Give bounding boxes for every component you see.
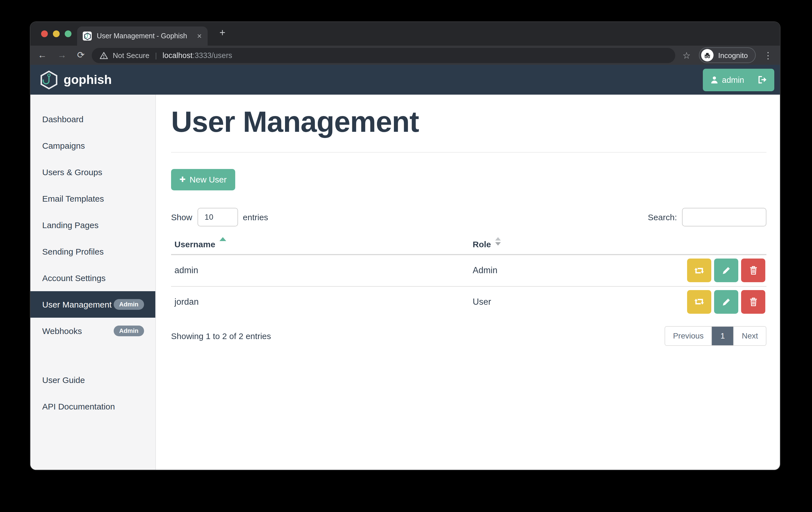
new-tab-icon[interactable]: + <box>220 27 225 39</box>
desktop: User Management - Gophish ✕ + ← → ⟳ Not … <box>0 0 812 512</box>
url-separator: | <box>155 51 157 59</box>
account-username: admin <box>722 75 744 84</box>
table-header-row: Username Role <box>171 235 766 255</box>
sidebar-item-label: Webhooks <box>42 326 82 336</box>
security-label: Not Secure <box>113 51 149 59</box>
table-controls: Show entries Search: <box>171 208 766 226</box>
sort-up-icon <box>495 237 500 241</box>
admin-badge: Admin <box>114 299 144 310</box>
not-secure-warning-icon <box>100 52 108 59</box>
reset-password-button[interactable] <box>687 259 711 282</box>
sign-out-icon[interactable] <box>757 76 767 84</box>
app-navbar: gophish admin <box>30 65 780 95</box>
address-bar[interactable]: Not Secure | localhost :3333/users <box>92 48 675 63</box>
main-panel: User Management ✚ New User Show entries … <box>156 95 780 470</box>
sidebar-item-landing-pages[interactable]: Landing Pages <box>30 212 155 238</box>
sidebar-item-label: Dashboard <box>42 114 84 124</box>
sidebar-item-account-settings[interactable]: Account Settings <box>30 265 155 291</box>
column-header-username[interactable]: Username <box>174 239 473 249</box>
cell-role: User <box>473 297 687 307</box>
incognito-badge: Incognito <box>699 47 756 63</box>
table-row: admin Admin <box>171 255 766 286</box>
row-actions <box>687 290 766 314</box>
browser-window: User Management - Gophish ✕ + ← → ⟳ Not … <box>30 22 780 470</box>
sidebar-item-label: Users & Groups <box>42 167 102 177</box>
pagination: Previous 1 Next <box>665 326 766 346</box>
sidebar: Dashboard Campaigns Users & Groups Email… <box>30 95 156 470</box>
plus-icon: ✚ <box>179 175 186 184</box>
window-zoom-button[interactable] <box>65 30 71 37</box>
delete-user-button[interactable] <box>741 290 765 314</box>
reset-icon <box>694 266 704 275</box>
reload-icon[interactable]: ⟳ <box>77 51 85 60</box>
pagination-page-1[interactable]: 1 <box>712 326 733 345</box>
sidebar-item-label: Landing Pages <box>42 220 98 230</box>
gophish-logo-icon <box>39 70 59 89</box>
page-length-control: Show entries <box>171 208 268 226</box>
sort-ascending-icon <box>219 237 226 241</box>
url-host: localhost <box>163 51 193 59</box>
traffic-lights <box>41 30 71 37</box>
row-actions <box>687 259 766 282</box>
content-area: Dashboard Campaigns Users & Groups Email… <box>30 95 780 470</box>
reset-icon <box>694 297 704 306</box>
pagination-next[interactable]: Next <box>733 326 766 345</box>
cell-role: Admin <box>473 265 687 275</box>
trash-icon <box>749 297 757 306</box>
sidebar-item-user-guide[interactable]: User Guide <box>30 367 155 393</box>
pagination-previous[interactable]: Previous <box>665 326 712 345</box>
incognito-icon <box>701 49 714 61</box>
delete-user-button[interactable] <box>741 259 765 282</box>
window-minimize-button[interactable] <box>53 30 60 37</box>
reset-password-button[interactable] <box>687 290 711 314</box>
close-tab-icon[interactable]: ✕ <box>197 32 202 40</box>
browser-menu-icon[interactable]: ⋮ <box>763 50 773 60</box>
incognito-glyph-icon <box>703 51 711 59</box>
sort-both-icon <box>495 237 500 246</box>
cell-username: admin <box>174 265 473 275</box>
search-input[interactable] <box>682 208 766 226</box>
page-length-input[interactable] <box>197 208 238 226</box>
sort-down-icon <box>495 242 500 246</box>
new-user-button-label: New User <box>190 174 227 184</box>
edit-user-button[interactable] <box>714 259 738 282</box>
browser-tab[interactable]: User Management - Gophish ✕ <box>77 26 208 46</box>
window-close-button[interactable] <box>41 30 48 37</box>
gophish-favicon-hexagon-icon <box>84 32 91 40</box>
pencil-icon <box>722 266 731 275</box>
account-menu-button[interactable]: admin <box>703 69 774 91</box>
sidebar-item-user-management[interactable]: User Management Admin <box>30 291 155 318</box>
tab-title: User Management - Gophish <box>97 32 194 40</box>
incognito-label: Incognito <box>718 51 748 59</box>
new-user-button[interactable]: ✚ New User <box>171 169 235 190</box>
entries-label: entries <box>243 212 268 222</box>
trash-icon <box>749 266 757 275</box>
sidebar-item-label: User Guide <box>42 375 85 385</box>
sidebar-item-email-templates[interactable]: Email Templates <box>30 185 155 212</box>
sidebar-item-label: Account Settings <box>42 273 106 283</box>
sidebar-item-sending-profiles[interactable]: Sending Profiles <box>30 238 155 265</box>
edit-user-button[interactable] <box>714 290 738 314</box>
back-icon[interactable]: ← <box>38 51 47 60</box>
sidebar-item-dashboard[interactable]: Dashboard <box>30 106 155 132</box>
sidebar-item-label: Campaigns <box>42 141 85 151</box>
url-path: :3333/users <box>193 51 232 59</box>
user-icon <box>710 76 719 84</box>
browser-toolbar: ← → ⟳ Not Secure | localhost :3333/users… <box>30 46 780 65</box>
search-label: Search: <box>648 212 677 222</box>
sidebar-item-label: API Documentation <box>42 402 115 411</box>
sidebar-item-campaigns[interactable]: Campaigns <box>30 132 155 159</box>
bookmark-star-icon[interactable]: ☆ <box>683 50 691 60</box>
sidebar-item-api-documentation[interactable]: API Documentation <box>30 393 155 420</box>
sidebar-item-label: Sending Profiles <box>42 247 104 256</box>
column-header-role[interactable]: Role <box>473 239 766 249</box>
table-footer: Showing 1 to 2 of 2 entries Previous 1 N… <box>171 326 766 346</box>
tab-strip: User Management - Gophish ✕ + <box>30 22 780 46</box>
sidebar-item-webhooks[interactable]: Webhooks Admin <box>30 318 155 344</box>
sidebar-item-users-groups[interactable]: Users & Groups <box>30 159 155 185</box>
forward-icon[interactable]: → <box>57 51 66 60</box>
gophish-favicon-icon <box>83 31 92 41</box>
sidebar-item-label: Email Templates <box>42 194 104 203</box>
title-divider <box>171 152 766 152</box>
column-header-label: Username <box>174 239 215 249</box>
